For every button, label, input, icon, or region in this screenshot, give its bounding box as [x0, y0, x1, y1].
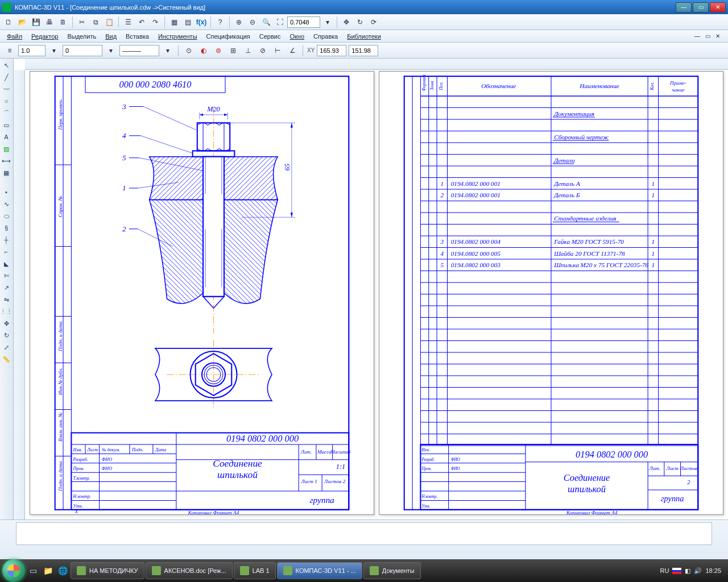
measure-tool-icon[interactable]: 📏	[1, 354, 12, 365]
flag-icon[interactable]	[672, 568, 681, 574]
mdi-minimize-button[interactable]: —	[693, 32, 702, 40]
polyline-tool-icon[interactable]: 〰	[1, 84, 12, 95]
select-tool-icon[interactable]: ↖	[1, 60, 12, 71]
table-tool-icon[interactable]: ▦	[1, 167, 12, 178]
coord-x-input[interactable]	[317, 45, 346, 56]
chevron-down-icon[interactable]: ▾	[48, 44, 60, 57]
drawing-sheet-2[interactable]: Формат Зона Поз. Обозначение Наименовани…	[379, 71, 723, 515]
close-button[interactable]: ✕	[710, 2, 726, 13]
fillet-tool-icon[interactable]: ⌐	[1, 246, 12, 257]
menu-tools[interactable]: Инструменты	[154, 31, 202, 41]
undo-icon[interactable]: ↶	[135, 16, 148, 28]
menu-service[interactable]: Сервис	[255, 31, 286, 41]
menu-window[interactable]: Окно	[285, 31, 309, 41]
menu-help[interactable]: Справка	[309, 31, 342, 41]
fx-icon[interactable]: f(x)	[195, 16, 208, 28]
line-style-select[interactable]	[119, 45, 159, 56]
style-icon[interactable]: ≡	[3, 44, 16, 57]
menu-insert[interactable]: Вставка	[121, 31, 154, 41]
mirror-tool-icon[interactable]: ⇋	[1, 294, 12, 305]
arc-tool-icon[interactable]: ⌒	[1, 107, 12, 119]
taskbar-item[interactable]: КОМПАС-3D V11 - ...	[277, 562, 362, 579]
tray-icon[interactable]: ◧	[685, 567, 690, 575]
menu-editor[interactable]: Редактор	[27, 31, 63, 41]
zoom-input[interactable]	[287, 16, 320, 28]
snap-center-icon[interactable]: ⊚	[212, 44, 225, 57]
menu-view[interactable]: Вид	[101, 31, 121, 41]
angle-icon[interactable]: ∠	[286, 44, 299, 57]
zoom-window-icon[interactable]: 🔍	[260, 16, 272, 28]
centerline-tool-icon[interactable]: ┼	[1, 234, 12, 246]
new-file-icon[interactable]: 🗋	[2, 16, 15, 28]
minimize-button[interactable]: —	[676, 2, 692, 13]
redo-icon[interactable]: ↷	[149, 16, 162, 28]
zoom-in-icon[interactable]: ⊕	[233, 16, 245, 28]
print-icon[interactable]: 🖶	[43, 16, 56, 28]
taskbar-item[interactable]: Документы	[363, 562, 421, 579]
prop-input-1[interactable]	[18, 45, 46, 56]
snap-perp-icon[interactable]: ⊥	[242, 44, 254, 57]
menu-file[interactable]: Файл	[2, 31, 27, 41]
line-tool-icon[interactable]: ╱	[1, 72, 12, 83]
trim-tool-icon[interactable]: ✄	[1, 270, 12, 281]
move-tool-icon[interactable]: ✥	[1, 318, 12, 329]
taskbar-item[interactable]: АКСЕНОВ.doc [Реж...	[146, 562, 233, 579]
properties-icon[interactable]: ☰	[122, 16, 134, 28]
preview-icon[interactable]: 🗎	[57, 16, 69, 28]
extend-tool-icon[interactable]: ↗	[1, 282, 12, 293]
coord-y-input[interactable]	[349, 45, 378, 56]
menu-spec[interactable]: Спецификация	[202, 31, 255, 41]
quicklaunch-browser-icon[interactable]: 🌐	[56, 562, 69, 580]
cut-icon[interactable]: ✂	[76, 16, 88, 28]
taskbar-item[interactable]: НА МЕТОДИЧКУ	[71, 562, 144, 579]
text-tool-icon[interactable]: A	[1, 131, 12, 143]
quicklaunch-desktop-icon[interactable]: ▭	[26, 562, 40, 580]
menu-libs[interactable]: Библиотеки	[342, 31, 386, 41]
rotate-icon[interactable]: ↻	[354, 16, 366, 28]
start-button[interactable]	[2, 559, 25, 582]
snap-tan-icon[interactable]: ⊘	[257, 44, 269, 57]
snap-end-icon[interactable]: ⊙	[183, 44, 195, 57]
curve-tool-icon[interactable]: ∿	[1, 198, 12, 210]
chevron-down-icon[interactable]: ▾	[321, 16, 334, 28]
ortho-icon[interactable]: ⊢	[271, 44, 284, 57]
spline-tool-icon[interactable]: §	[1, 222, 12, 234]
open-icon[interactable]: 📂	[16, 16, 28, 28]
volume-icon[interactable]: 🔊	[694, 567, 702, 575]
prop-input-2[interactable]	[63, 45, 102, 56]
taskbar-item[interactable]: LAB 1	[234, 562, 276, 579]
quicklaunch-explorer-icon[interactable]: 📁	[41, 562, 55, 580]
maximize-button[interactable]: ▭	[693, 2, 709, 13]
snap-grid-icon[interactable]: ⊞	[227, 44, 239, 57]
ellipse-tool-icon[interactable]: ⬭	[1, 210, 12, 222]
rect-tool-icon[interactable]: ▭	[1, 119, 12, 131]
rotate-tool-icon[interactable]: ↻	[1, 330, 12, 341]
hatch-tool-icon[interactable]: ▨	[1, 143, 12, 155]
layers-icon[interactable]: ▤	[181, 16, 194, 28]
help-icon[interactable]: ?	[214, 16, 226, 28]
refresh-icon[interactable]: ⟳	[367, 16, 380, 28]
console-area[interactable]	[16, 522, 712, 545]
grid-icon[interactable]: ▦	[168, 16, 180, 28]
array-tool-icon[interactable]: ⋮⋮	[1, 306, 12, 317]
snap-mid-icon[interactable]: ◐	[197, 44, 210, 57]
clock[interactable]: 18:25	[705, 567, 721, 574]
lang-indicator[interactable]: RU	[660, 567, 669, 574]
drawing-sheet-1[interactable]: 000 000 2080 4610 Перв. примен. Справ. №…	[30, 71, 374, 515]
chevron-down-icon[interactable]: ▾	[105, 44, 117, 57]
scale-tool-icon[interactable]: ⤢	[1, 342, 12, 353]
zoom-fit-icon[interactable]: ⛶	[274, 16, 286, 28]
dim-tool-icon[interactable]: ⟷	[1, 155, 12, 167]
pan-icon[interactable]: ✥	[340, 16, 353, 28]
save-icon[interactable]: 💾	[30, 16, 42, 28]
zoom-out-icon[interactable]: ⊖	[246, 16, 259, 28]
point-tool-icon[interactable]: •	[1, 186, 12, 198]
chamfer-tool-icon[interactable]: ◣	[1, 258, 12, 269]
mdi-close-button[interactable]: ✕	[713, 32, 722, 40]
chevron-down-icon[interactable]: ▾	[162, 44, 174, 57]
copy-icon[interactable]: ⧉	[89, 16, 102, 28]
mdi-restore-button[interactable]: ▭	[703, 32, 712, 40]
canvas-area[interactable]: 000 000 2080 4610 Перв. примен. Справ. №…	[14, 59, 728, 519]
circle-tool-icon[interactable]: ○	[1, 95, 12, 107]
paste-icon[interactable]: 📋	[103, 16, 115, 28]
